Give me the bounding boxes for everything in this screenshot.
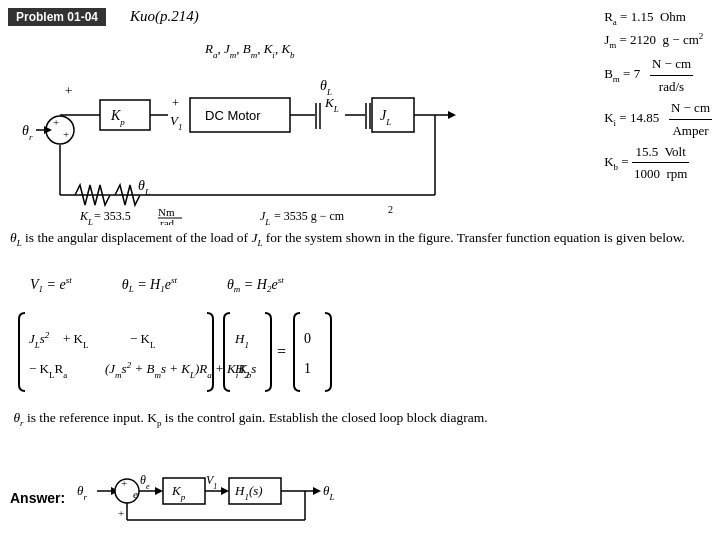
svg-text:= 353.5: = 353.5 xyxy=(94,209,131,223)
svg-text:0: 0 xyxy=(304,331,311,346)
svg-text:DC Motor: DC Motor xyxy=(205,108,261,123)
block-diagram: Ra, Jm, Bm, Ki, Kb + Kp + V1 DC Motor KL… xyxy=(20,35,500,225)
svg-text:+: + xyxy=(63,128,69,140)
answer-label: Answer: xyxy=(10,490,65,506)
svg-marker-62 xyxy=(221,487,229,495)
svg-text:θL: θL xyxy=(320,78,332,97)
description-text: θL is the angular displacement of the lo… xyxy=(10,228,712,251)
svg-text:KL: KL xyxy=(324,95,339,114)
svg-text:KL: KL xyxy=(79,209,93,225)
svg-text:θr: θr xyxy=(77,483,87,502)
svg-text:1: 1 xyxy=(304,361,311,376)
svg-marker-67 xyxy=(313,487,321,495)
matrix-equation: JLs2 + KL − KL − KLRa (Jms2 + Bms + KL)R… xyxy=(15,305,535,405)
svg-text:θL: θL xyxy=(323,483,334,502)
svg-text:H1: H1 xyxy=(234,331,249,350)
svg-text:θL: θL xyxy=(138,178,150,197)
svg-text:+ KL: + KL xyxy=(63,331,88,350)
svg-text:(Jms2 + Bms + KL)Ra + KiKbs: (Jms2 + Bms + KL)Ra + KiKbs xyxy=(105,360,256,380)
svg-text:θe: θe xyxy=(140,473,150,491)
svg-text:e: e xyxy=(133,488,138,500)
svg-marker-21 xyxy=(448,111,456,119)
svg-marker-57 xyxy=(155,487,163,495)
svg-text:− KL: − KL xyxy=(130,331,155,350)
svg-text:V1: V1 xyxy=(206,473,217,491)
svg-text:θr: θr xyxy=(22,123,33,142)
kuo-reference: Kuo(p.214) xyxy=(130,8,199,25)
svg-text:+: + xyxy=(53,116,59,128)
svg-text:= 3535 g − cm: = 3535 g − cm xyxy=(274,209,345,223)
svg-text:− KLRa: − KLRa xyxy=(29,361,67,380)
the-word: the xyxy=(398,230,415,245)
problem-label: Problem 01-04 xyxy=(8,8,106,26)
svg-text:2: 2 xyxy=(388,204,393,215)
svg-text:rad: rad xyxy=(160,217,175,225)
svg-text:=: = xyxy=(277,343,286,360)
svg-text:V1: V1 xyxy=(170,113,182,132)
svg-rect-17 xyxy=(372,98,414,132)
transfer-equations: V1 = est θL = H1est θm = H2est xyxy=(30,275,284,294)
svg-text:+: + xyxy=(121,477,127,489)
svg-text:+: + xyxy=(65,83,72,98)
answer-area: Answer: θr + e θe Kp V1 H1(s) xyxy=(10,460,710,535)
svg-text:Ra, Jm, Bm, Ki, Kb: Ra, Jm, Bm, Ki, Kb xyxy=(204,41,295,60)
svg-text:JL: JL xyxy=(260,209,270,225)
svg-text:+: + xyxy=(172,96,179,110)
ref-input-text: θr is the reference input. Kp is the con… xyxy=(10,408,710,431)
svg-text:JLs2: JLs2 xyxy=(29,330,50,350)
parameters-panel: Ra = 1.15 Ohm Jm = 2120 g − cm2 Bm = 7 N… xyxy=(604,6,712,185)
svg-text:+: + xyxy=(118,507,124,519)
svg-rect-3 xyxy=(100,100,150,130)
